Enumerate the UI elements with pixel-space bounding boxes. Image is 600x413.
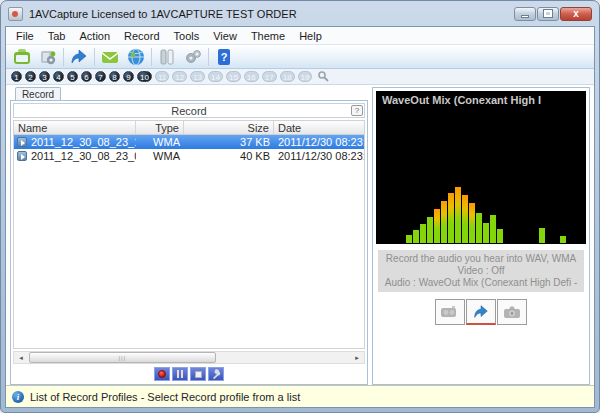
record-profile-icon[interactable] <box>66 46 92 68</box>
device-tools-icon[interactable] <box>35 46 61 68</box>
status-bar: i List of Record Profiles - Select Recor… <box>6 385 594 407</box>
table-row[interactable]: 2011_12_30_08_23_12.w... WMA 37 KB 2011/… <box>14 135 364 149</box>
cell-name: 2011_12_30_08_23_06.w... <box>27 150 136 162</box>
spectrum-bar <box>462 195 468 243</box>
profile-info-line3: Audio : WaveOut Mix (Conexant High Defi … <box>380 277 582 289</box>
tab-badge-16[interactable]: 16 <box>244 71 259 82</box>
menu-item-tools[interactable]: Tools <box>167 29 207 43</box>
spectrum-bar <box>497 229 503 243</box>
spectrum-bar <box>434 209 440 243</box>
capture-device-icon[interactable] <box>9 46 35 68</box>
tab-badge-13[interactable]: 13 <box>190 71 205 82</box>
spectrum-bar <box>490 215 496 243</box>
menu-item-file[interactable]: File <box>9 29 41 43</box>
toolbar-separator <box>151 48 152 66</box>
toolbar-separator <box>63 48 64 66</box>
tab-badge-9[interactable]: 9 <box>123 71 134 82</box>
video-capture-button[interactable] <box>435 299 465 325</box>
record-panel: Record Record ? Name Type Size Date <box>10 87 368 385</box>
record-group-box: Record ? Name Type Size Date 2011_12_30_… <box>10 100 368 385</box>
spectrum-bar <box>427 217 433 243</box>
table-header-row: Name Type Size Date <box>14 121 364 135</box>
scroll-left-arrow[interactable]: ◂ <box>14 352 28 363</box>
column-header-size[interactable]: Size <box>184 121 274 134</box>
tab-badge-7[interactable]: 7 <box>95 71 106 82</box>
menu-item-record[interactable]: Record <box>117 29 166 43</box>
settings-button[interactable] <box>208 367 224 381</box>
table-row[interactable]: 2011_12_30_08_23_06.w... WMA 40 KB 2011/… <box>14 149 364 163</box>
scrollbar-track[interactable]: ||| <box>28 352 350 363</box>
recordings-table: Name Type Size Date 2011_12_30_08_23_12.… <box>13 120 365 349</box>
tab-badge-14[interactable]: 14 <box>208 71 223 82</box>
menu-item-view[interactable]: View <box>206 29 244 43</box>
cell-name: 2011_12_30_08_23_12.w... <box>27 136 136 148</box>
svg-text:?: ? <box>221 51 228 63</box>
scroll-right-arrow[interactable]: ▸ <box>350 352 364 363</box>
app-window: 1AVCapture Licensed to 1AVCAPTURE TEST O… <box>0 0 600 413</box>
profile-info-box: Record the audio you hear into WAV, WMA … <box>378 250 584 292</box>
email-icon[interactable] <box>97 46 123 68</box>
tab-badge-17[interactable]: 17 <box>262 71 277 82</box>
web-icon[interactable] <box>123 46 149 68</box>
library-icon[interactable] <box>154 46 180 68</box>
search-icon[interactable] <box>317 68 329 86</box>
spectrum-bar <box>560 236 566 243</box>
minimize-button[interactable] <box>514 7 536 21</box>
tab-badge-11[interactable]: 11 <box>155 71 169 82</box>
spectrum-bar <box>469 203 475 243</box>
panel-expand-button[interactable]: ? <box>351 105 363 116</box>
status-message: List of Record Profiles - Select Record … <box>30 391 300 403</box>
menu-item-action[interactable]: Action <box>72 29 117 43</box>
column-header-type[interactable]: Type <box>136 121 184 134</box>
record-button[interactable] <box>154 367 170 381</box>
camera-icon <box>502 304 522 320</box>
settings-icon[interactable] <box>180 46 206 68</box>
table-empty-area <box>14 163 364 348</box>
main-content: Record Record ? Name Type Size Date <box>6 85 594 385</box>
tab-badge-5[interactable]: 5 <box>67 71 78 82</box>
toolbar-separator <box>208 48 209 66</box>
tab-badge-4[interactable]: 4 <box>53 71 64 82</box>
tab-badge-3[interactable]: 3 <box>39 71 50 82</box>
tab-strip: 12345678910111213141516171819 <box>6 69 594 85</box>
snapshot-button[interactable] <box>497 299 527 325</box>
scrollbar-thumb[interactable]: ||| <box>29 352 216 363</box>
spectrum-bar <box>483 223 489 243</box>
tab-badge-6[interactable]: 6 <box>81 71 92 82</box>
column-header-date[interactable]: Date <box>274 121 364 134</box>
menu-item-theme[interactable]: Theme <box>244 29 292 43</box>
cell-type: WMA <box>136 136 184 148</box>
menu-bar: FileTabActionRecordToolsViewThemeHelp <box>6 27 594 45</box>
cell-type: WMA <box>136 150 184 162</box>
horizontal-scrollbar[interactable]: ◂ ||| ▸ <box>13 351 365 364</box>
tab-badge-1[interactable]: 1 <box>11 71 22 82</box>
spectrum-bar <box>413 230 419 243</box>
window-title: 1AVCapture Licensed to 1AVCAPTURE TEST O… <box>29 8 514 20</box>
tab-badge-12[interactable]: 12 <box>172 71 187 82</box>
record-profile-button[interactable] <box>466 299 496 325</box>
spectrum-bars <box>378 113 584 243</box>
tab-badge-8[interactable]: 8 <box>109 71 120 82</box>
tab-badge-19[interactable]: 19 <box>298 71 313 82</box>
pause-button[interactable] <box>172 367 188 381</box>
transport-controls <box>13 364 365 382</box>
spectrum-bar <box>420 224 426 243</box>
stop-button[interactable] <box>190 367 206 381</box>
record-panel-tab[interactable]: Record <box>15 87 61 100</box>
menu-item-help[interactable]: Help <box>292 29 329 43</box>
help-icon[interactable]: ? <box>211 46 237 68</box>
tab-badge-18[interactable]: 18 <box>280 71 295 82</box>
maximize-button[interactable] <box>537 7 559 21</box>
spectrum-bar <box>455 187 461 243</box>
tab-strip-badges: 12345678910111213141516171819 <box>11 71 312 82</box>
tab-badge-15[interactable]: 15 <box>226 71 241 82</box>
tab-badge-10[interactable]: 10 <box>137 71 152 82</box>
menu-item-tab[interactable]: Tab <box>41 29 73 43</box>
tab-badge-2[interactable]: 2 <box>25 71 36 82</box>
pause-icon <box>177 370 183 378</box>
cell-size: 40 KB <box>184 150 274 162</box>
record-panel-header: Record ? <box>13 103 365 118</box>
column-header-name[interactable]: Name <box>14 121 136 134</box>
preview-panel: WaveOut Mix (Conexant High I Record the … <box>372 87 590 385</box>
close-button[interactable]: x <box>560 7 592 21</box>
